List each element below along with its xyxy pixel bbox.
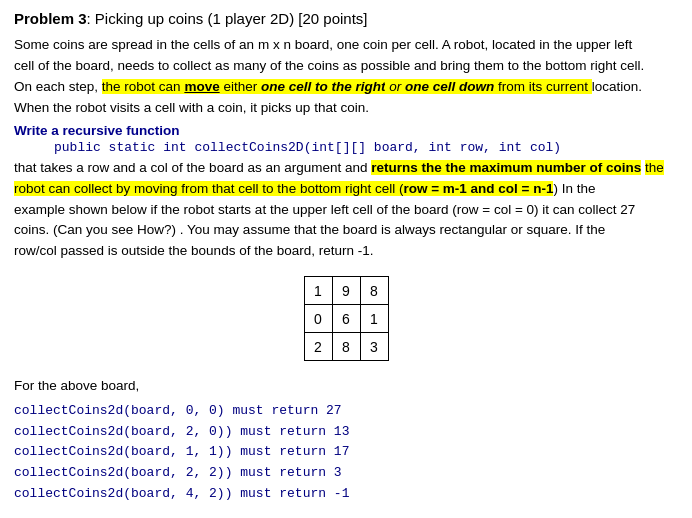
desc-line6: example shown below if the robot starts … xyxy=(14,202,635,217)
desc-line5e: row = m-1 and col = n-1 xyxy=(403,181,553,196)
example-lines-container: collectCoins2d(board, 0, 0) must return … xyxy=(14,401,678,505)
board-cell: 1 xyxy=(360,305,388,333)
desc-line7: coins. (Can you see How?) . You may assu… xyxy=(14,222,605,237)
desc-line5f: ) In the xyxy=(553,181,595,196)
example-line: collectCoins2d(board, 1, 1)) must return… xyxy=(14,442,678,463)
board-cell: 2 xyxy=(304,333,332,361)
board-cell: 8 xyxy=(332,333,360,361)
example-line: collectCoins2d(board, 4, 2)) must return… xyxy=(14,484,678,505)
title-prefix: Problem 3 xyxy=(14,10,87,27)
write-recursive-label: Write a recursive function xyxy=(14,123,678,138)
desc-line3h: from its current xyxy=(494,79,592,94)
desc-line3f: or xyxy=(385,79,405,94)
desc-line8: row/col passed is outside the bounds of … xyxy=(14,243,373,258)
desc-line3d: either xyxy=(220,79,261,94)
board-cell: 8 xyxy=(360,277,388,305)
title-suffix: : Picking up coins (1 player 2D) [20 poi… xyxy=(87,10,368,27)
desc-line3a: On each step, xyxy=(14,79,102,94)
desc-line2: cell of the board, needs to collect as m… xyxy=(14,58,644,73)
desc-line3c: move xyxy=(184,79,219,94)
desc-line5b: returns the the maximum number of coins xyxy=(371,160,641,175)
board-container: 198061283 xyxy=(14,276,678,361)
desc-line1: Some coins are spread in the cells of an… xyxy=(14,37,632,52)
code-line: public static int collectCoins2D(int[][]… xyxy=(54,140,678,155)
description-cont: that takes a row and a col of the board … xyxy=(14,158,678,263)
board-cell: 9 xyxy=(332,277,360,305)
desc-line4: When the robot visits a cell with a coin… xyxy=(14,100,369,115)
board-cell: 3 xyxy=(360,333,388,361)
problem-title: Problem 3: Picking up coins (1 player 2D… xyxy=(14,10,678,27)
example-line: collectCoins2d(board, 2, 2)) must return… xyxy=(14,463,678,484)
desc-line3e: one cell to the right xyxy=(261,79,386,94)
description-block: Some coins are spread in the cells of an… xyxy=(14,35,678,119)
example-line: collectCoins2d(board, 0, 0) must return … xyxy=(14,401,678,422)
for-above-text: For the above board, xyxy=(14,375,678,397)
example-line: collectCoins2d(board, 2, 0)) must return… xyxy=(14,422,678,443)
board-table: 198061283 xyxy=(304,276,389,361)
board-cell: 6 xyxy=(332,305,360,333)
board-cell: 0 xyxy=(304,305,332,333)
desc-line3b: the robot can xyxy=(102,79,185,94)
examples-section: For the above board, collectCoins2d(boar… xyxy=(14,375,678,505)
board-cell: 1 xyxy=(304,277,332,305)
desc-line5a: that takes a row and a col of the board … xyxy=(14,160,371,175)
desc-line3g: one cell down xyxy=(405,79,494,94)
desc-line3i: location. xyxy=(592,79,642,94)
